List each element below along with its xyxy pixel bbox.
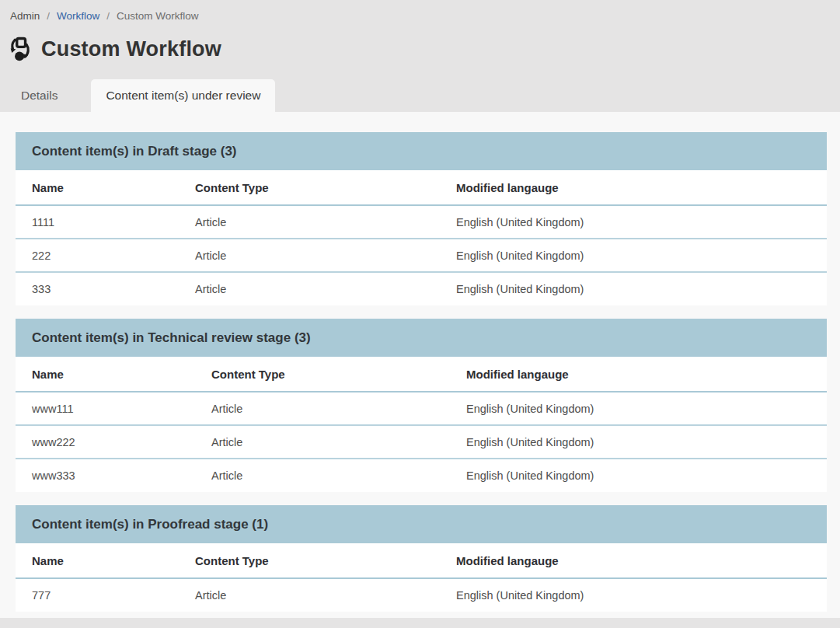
tab-content-items-under-review[interactable]: Content item(s) under review xyxy=(91,79,275,112)
table-row: www111 Article English (United Kingdom) xyxy=(16,392,827,425)
column-header-modified-language: Modified langauge xyxy=(450,357,827,392)
breadcrumb-workflow-link[interactable]: Workflow xyxy=(57,10,99,22)
cell-modified-language: English (United Kingdom) xyxy=(440,272,827,305)
cell-content-type: Article xyxy=(195,459,450,492)
cell-content-type: Article xyxy=(195,392,450,425)
cell-modified-language: English (United Kingdom) xyxy=(450,425,827,459)
column-header-modified-language: Modified langauge xyxy=(440,170,827,205)
page-title: Custom Workflow xyxy=(41,37,221,61)
stage-section-technical-review: Content item(s) in Technical review stag… xyxy=(16,319,827,492)
table-row: 222 Article English (United Kingdom) xyxy=(16,239,827,272)
cell-name: www333 xyxy=(16,459,195,492)
column-header-content-type: Content Type xyxy=(179,170,440,205)
stage-items-table: Name Content Type Modified langauge www1… xyxy=(16,357,827,492)
cell-modified-language: English (United Kingdom) xyxy=(440,578,827,612)
stage-section-draft: Content item(s) in Draft stage (3) Name … xyxy=(16,132,827,305)
cell-name: 1111 xyxy=(16,205,179,239)
page-header: Admin / Workflow / Custom Workflow Custo… xyxy=(0,0,840,112)
cell-content-type: Article xyxy=(179,205,440,239)
column-header-content-type: Content Type xyxy=(179,543,440,578)
column-header-content-type: Content Type xyxy=(195,357,450,392)
cell-name: 333 xyxy=(16,272,179,305)
stage-items-table: Name Content Type Modified langauge 777 … xyxy=(16,543,827,612)
cell-modified-language: English (United Kingdom) xyxy=(450,392,827,425)
stage-header: Content item(s) in Draft stage (3) xyxy=(16,132,827,170)
table-header-row: Name Content Type Modified langauge xyxy=(16,543,827,578)
cell-name: www111 xyxy=(16,392,195,425)
title-row: Custom Workflow xyxy=(0,35,840,63)
column-header-name: Name xyxy=(16,543,179,578)
cell-name: 222 xyxy=(16,239,179,272)
cell-content-type: Article xyxy=(195,425,450,459)
column-header-modified-language: Modified langauge xyxy=(440,543,827,578)
table-header-row: Name Content Type Modified langauge xyxy=(16,170,827,205)
column-header-name: Name xyxy=(16,170,179,205)
cell-modified-language: English (United Kingdom) xyxy=(450,459,827,492)
table-row: 1111 Article English (United Kingdom) xyxy=(16,205,827,239)
cell-modified-language: English (United Kingdom) xyxy=(440,239,827,272)
cell-content-type: Article xyxy=(179,272,440,305)
table-row: www333 Article English (United Kingdom) xyxy=(16,459,827,492)
cell-name: 777 xyxy=(16,578,179,612)
breadcrumb: Admin / Workflow / Custom Workflow xyxy=(0,0,840,22)
table-row: 777 Article English (United Kingdom) xyxy=(16,578,827,612)
tab-panel-content-under-review: Content item(s) in Draft stage (3) Name … xyxy=(0,112,840,618)
table-header-row: Name Content Type Modified langauge xyxy=(16,357,827,392)
workflow-icon xyxy=(7,37,33,63)
stage-section-proofread: Content item(s) in Proofread stage (1) N… xyxy=(16,505,827,612)
table-row: 333 Article English (United Kingdom) xyxy=(16,272,827,305)
stage-header: Content item(s) in Proofread stage (1) xyxy=(16,505,827,543)
stage-header: Content item(s) in Technical review stag… xyxy=(16,319,827,357)
column-header-name: Name xyxy=(16,357,195,392)
cell-content-type: Article xyxy=(179,239,440,272)
cell-content-type: Article xyxy=(179,578,440,612)
breadcrumb-separator: / xyxy=(106,10,110,22)
breadcrumb-admin: Admin xyxy=(10,10,40,22)
cell-modified-language: English (United Kingdom) xyxy=(440,205,827,239)
tab-details[interactable]: Details xyxy=(0,79,78,112)
cell-name: www222 xyxy=(16,425,195,459)
tab-bar: Details Content item(s) under review xyxy=(0,79,840,112)
breadcrumb-separator: / xyxy=(47,10,50,22)
table-row: www222 Article English (United Kingdom) xyxy=(16,425,827,459)
breadcrumb-current-page: Custom Workflow xyxy=(117,10,199,22)
stage-items-table: Name Content Type Modified langauge 1111… xyxy=(16,170,827,305)
